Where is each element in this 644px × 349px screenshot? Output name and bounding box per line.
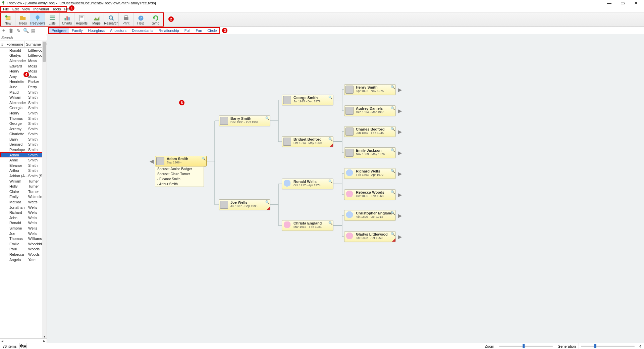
expand-left-icon[interactable]: ◀ xyxy=(150,158,154,164)
scroll-down-icon[interactable]: ▾ xyxy=(42,335,47,338)
add-person-button[interactable]: ＋ xyxy=(0,27,7,34)
scroll-left-icon[interactable]: ◂ xyxy=(0,339,5,343)
expand-right-icon[interactable]: ▶ xyxy=(398,87,402,93)
tool-new[interactable]: New xyxy=(1,13,15,26)
scroll-thumb[interactable] xyxy=(43,42,46,62)
root-sub-row[interactable]: Spouse: Janice Badger xyxy=(155,166,204,172)
people-row[interactable]: RebeccaWoods xyxy=(0,252,47,257)
people-row[interactable]: AlexanderSmith xyxy=(0,100,47,105)
tool-print[interactable]: Print xyxy=(119,13,133,26)
person-node[interactable]: Charles BedfordJun 1887 - Feb 1945🔍 xyxy=(344,126,396,137)
magnify-icon[interactable]: 🔍 xyxy=(391,169,395,173)
generation-slider[interactable] xyxy=(581,346,635,347)
magnify-icon[interactable]: 🔍 xyxy=(391,232,395,236)
scroll-right-icon[interactable]: ▸ xyxy=(42,339,47,343)
people-row[interactable]: ArthurSmith xyxy=(0,168,47,173)
person-node[interactable]: Ronald WellsOct 1917 - Apr 1974🔍 xyxy=(282,179,333,189)
people-row[interactable]: MatildaWatts xyxy=(0,199,47,205)
expand-right-icon[interactable]: ▶ xyxy=(398,234,402,240)
people-row[interactable]: HenryMoss xyxy=(0,68,47,74)
tool-research[interactable]: Research xyxy=(104,13,119,26)
people-row[interactable]: Adrian (A...Smith (Sm xyxy=(0,173,47,179)
person-node[interactable]: Barry SmithDec 1935 - Oct 1982🔍 xyxy=(219,115,270,126)
col-index[interactable]: # xyxy=(0,41,5,47)
people-row[interactable]: WilliamSmith xyxy=(0,95,47,100)
people-row[interactable]: ThomasWilliams xyxy=(0,236,47,241)
people-scrollbar-vertical[interactable]: ▴ ▾ xyxy=(42,41,47,338)
magnify-icon[interactable]: 🔍 xyxy=(202,157,206,160)
magnify-icon[interactable]: 🔍 xyxy=(265,116,269,120)
people-row[interactable]: JunePerry xyxy=(0,84,47,90)
card-button[interactable]: ▤ xyxy=(30,27,37,34)
root-sub-row[interactable]: - Arthur Smith xyxy=(155,182,204,187)
status-panel-toggle[interactable]: �▣ xyxy=(20,343,26,349)
people-row[interactable]: CharlotteSmith xyxy=(0,132,47,137)
close-button[interactable]: ✕ xyxy=(629,0,643,6)
people-row[interactable]: JoeWells xyxy=(0,231,47,236)
menu-file[interactable]: File xyxy=(1,7,11,11)
delete-person-button[interactable]: 🗑 xyxy=(7,27,15,34)
tool-sync[interactable]: Sync xyxy=(148,13,163,26)
people-list[interactable]: RonaldLittlewoodGladysLittlewoodAlexande… xyxy=(0,48,47,338)
people-row[interactable]: RonaldWells xyxy=(0,220,47,226)
people-row[interactable]: HollyTurner xyxy=(0,184,47,189)
people-row[interactable]: JeremySmith xyxy=(0,126,47,132)
magnify-icon[interactable]: 🔍 xyxy=(328,96,332,99)
tool-maps[interactable]: Maps xyxy=(89,13,104,26)
person-node[interactable]: George SmithJul 1915 - Dec 1979🔍 xyxy=(282,95,333,105)
maximize-button[interactable]: ▭ xyxy=(616,0,629,6)
people-row[interactable]: GeorgeSmith xyxy=(0,121,47,126)
people-row[interactable]: EmilyWalmsley xyxy=(0,194,47,200)
people-row[interactable]: BernardSmith xyxy=(0,142,47,147)
menu-individual[interactable]: Individual xyxy=(32,7,50,11)
people-row[interactable]: EmiliaWoodridge xyxy=(0,241,47,247)
magnify-icon[interactable]: 🔍 xyxy=(391,190,395,194)
person-node[interactable]: Emily JacksonNov 1889 - May 1976🔍 xyxy=(344,147,396,158)
root-sub-row[interactable]: Spouse: Claire Turner xyxy=(155,171,204,177)
menu-edit[interactable]: Edit xyxy=(11,7,20,11)
magnify-icon[interactable]: 🔍 xyxy=(265,200,269,204)
tab-family[interactable]: Family xyxy=(69,28,85,33)
tool-reports[interactable]: Reports xyxy=(74,13,89,26)
people-row[interactable]: EleanorSmith xyxy=(0,163,47,168)
menu-view[interactable]: View xyxy=(20,7,32,11)
expand-right-icon[interactable]: ▶ xyxy=(398,212,402,219)
pedigree-canvas[interactable]: 6 ◀ Adam Smith Sep 1966 - 🔍 Spouse: Jani… xyxy=(47,34,644,343)
people-row[interactable]: AlexanderMoss xyxy=(0,58,47,63)
tool-treeviews[interactable]: TreeViews xyxy=(30,13,45,26)
people-row[interactable]: PenelopeSmith xyxy=(0,147,47,152)
person-node[interactable]: Rebecca WoodsOct 1896 - Feb 1968🔍 xyxy=(344,189,396,200)
people-row[interactable]: RichardWells xyxy=(0,210,47,215)
search-input[interactable] xyxy=(1,36,48,40)
people-scrollbar-horizontal[interactable]: ◂ ▸ xyxy=(0,338,47,343)
person-node[interactable]: Christopher EnglandAbt 1890 - Oct 1914🔍 xyxy=(344,210,396,221)
expand-right-icon[interactable]: ▶ xyxy=(398,192,402,198)
people-row[interactable]: PaulWoods xyxy=(0,247,47,252)
people-column-header[interactable]: # Forename Surname �⁞ xyxy=(0,41,47,48)
tab-descendants[interactable]: Descendants xyxy=(129,28,156,33)
magnify-icon[interactable]: 🔍 xyxy=(328,180,332,183)
people-row[interactable]: JonathanWells xyxy=(0,205,47,210)
menu-bar[interactable]: FileEditViewIndividualToolsHelp xyxy=(0,6,67,12)
tool-help[interactable]: ?Help xyxy=(133,13,148,26)
expand-right-icon[interactable]: ▶ xyxy=(398,170,402,177)
people-row[interactable]: AdamSmith xyxy=(0,152,47,158)
people-row[interactable]: AngelaYate xyxy=(0,257,47,262)
people-row[interactable]: RonaldLittlewood xyxy=(0,48,47,53)
tab-ancestors[interactable]: Ancestors xyxy=(107,28,129,33)
menu-tools[interactable]: Tools xyxy=(51,7,63,11)
person-node-root[interactable]: Adam Smith Sep 1966 - 🔍 xyxy=(155,156,207,166)
person-node[interactable]: Henry SmithApr 1892 - Nov 1975🔍 xyxy=(344,84,396,95)
magnify-icon[interactable]: 🔍 xyxy=(391,148,395,152)
people-row[interactable]: ClaireTurner xyxy=(0,189,47,194)
person-node[interactable]: Joe WellsJul 1937 - Sep 1998🔍 xyxy=(219,199,270,210)
people-row[interactable]: HenrySmith xyxy=(0,110,47,116)
col-surname[interactable]: Surname xyxy=(24,41,43,47)
root-sub-row[interactable]: - Eleanor Smith xyxy=(155,177,204,182)
person-node[interactable]: Christa EnglandMar 1915 - Feb 1981🔍 xyxy=(282,220,333,231)
people-row[interactable]: ThomasSmith xyxy=(0,116,47,121)
magnify-icon[interactable]: 🔍 xyxy=(328,137,332,141)
tab-pedigree[interactable]: Pedigree xyxy=(49,28,69,33)
zoom-slider[interactable] xyxy=(499,346,553,347)
tab-circle[interactable]: Circle xyxy=(205,28,219,33)
